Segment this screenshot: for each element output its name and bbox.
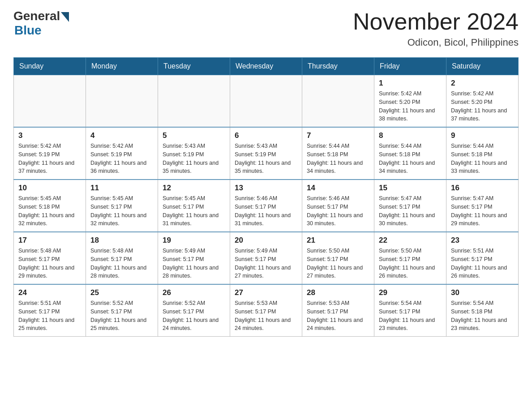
calendar-cell: 23Sunrise: 5:51 AMSunset: 5:17 PMDayligh… — [446, 232, 519, 284]
day-number: 1 — [379, 79, 442, 88]
calendar-cell: 26Sunrise: 5:52 AMSunset: 5:17 PMDayligh… — [158, 284, 230, 337]
day-number: 8 — [379, 131, 442, 140]
calendar-cell: 11Sunrise: 5:45 AMSunset: 5:17 PMDayligh… — [86, 180, 158, 232]
sun-info: Sunrise: 5:53 AMSunset: 5:17 PMDaylight:… — [235, 299, 297, 333]
logo: General Blue — [13, 9, 69, 38]
day-number: 11 — [90, 184, 153, 193]
day-number: 18 — [90, 236, 153, 245]
calendar-table: SundayMondayTuesdayWednesdayThursdayFrid… — [13, 57, 519, 337]
day-number: 17 — [18, 236, 81, 245]
month-title: November 2024 — [353, 9, 519, 34]
day-number: 29 — [379, 288, 442, 297]
sun-info: Sunrise: 5:46 AMSunset: 5:17 PMDaylight:… — [235, 194, 297, 228]
calendar-cell: 25Sunrise: 5:52 AMSunset: 5:17 PMDayligh… — [86, 284, 158, 337]
day-number: 24 — [18, 288, 81, 297]
day-number: 5 — [163, 131, 225, 140]
calendar-cell: 7Sunrise: 5:44 AMSunset: 5:18 PMDaylight… — [302, 127, 374, 180]
calendar-cell: 15Sunrise: 5:47 AMSunset: 5:17 PMDayligh… — [374, 180, 446, 232]
sun-info: Sunrise: 5:42 AMSunset: 5:19 PMDaylight:… — [18, 142, 81, 176]
logo-blue-text: Blue — [14, 23, 42, 38]
weekday-header-friday: Friday — [374, 58, 446, 75]
calendar-cell: 2Sunrise: 5:42 AMSunset: 5:20 PMDaylight… — [446, 75, 519, 128]
sun-info: Sunrise: 5:47 AMSunset: 5:17 PMDaylight:… — [379, 194, 442, 228]
day-number: 21 — [307, 236, 369, 245]
sun-info: Sunrise: 5:45 AMSunset: 5:17 PMDaylight:… — [163, 194, 225, 228]
day-number: 16 — [451, 184, 514, 193]
day-number: 10 — [18, 184, 81, 193]
weekday-header-monday: Monday — [86, 58, 158, 75]
calendar-cell: 9Sunrise: 5:44 AMSunset: 5:18 PMDaylight… — [446, 127, 519, 180]
day-number: 19 — [163, 236, 225, 245]
page-header: General Blue November 2024 Odicon, Bicol… — [13, 9, 519, 48]
day-number: 25 — [90, 288, 153, 297]
day-number: 22 — [379, 236, 442, 245]
calendar-cell: 14Sunrise: 5:46 AMSunset: 5:17 PMDayligh… — [302, 180, 374, 232]
calendar-cell: 20Sunrise: 5:49 AMSunset: 5:17 PMDayligh… — [230, 232, 302, 284]
calendar-cell: 12Sunrise: 5:45 AMSunset: 5:17 PMDayligh… — [158, 180, 230, 232]
weekday-header-wednesday: Wednesday — [230, 58, 302, 75]
weekday-header-sunday: Sunday — [14, 58, 86, 75]
sun-info: Sunrise: 5:44 AMSunset: 5:18 PMDaylight:… — [379, 142, 442, 176]
sun-info: Sunrise: 5:42 AMSunset: 5:19 PMDaylight:… — [90, 142, 153, 176]
calendar-cell: 3Sunrise: 5:42 AMSunset: 5:19 PMDaylight… — [14, 127, 86, 180]
weekday-header-saturday: Saturday — [446, 58, 519, 75]
calendar-cell: 6Sunrise: 5:43 AMSunset: 5:19 PMDaylight… — [230, 127, 302, 180]
calendar-cell: 13Sunrise: 5:46 AMSunset: 5:17 PMDayligh… — [230, 180, 302, 232]
day-number: 12 — [163, 184, 225, 193]
day-number: 28 — [307, 288, 369, 297]
sun-info: Sunrise: 5:45 AMSunset: 5:17 PMDaylight:… — [90, 194, 153, 228]
title-section: November 2024 Odicon, Bicol, Philippines — [353, 9, 519, 48]
day-number: 3 — [18, 131, 81, 140]
day-number: 27 — [235, 288, 297, 297]
calendar-week-row: 17Sunrise: 5:48 AMSunset: 5:17 PMDayligh… — [14, 232, 519, 284]
sun-info: Sunrise: 5:48 AMSunset: 5:17 PMDaylight:… — [90, 247, 153, 280]
sun-info: Sunrise: 5:49 AMSunset: 5:17 PMDaylight:… — [235, 247, 297, 280]
calendar-cell: 5Sunrise: 5:43 AMSunset: 5:19 PMDaylight… — [158, 127, 230, 180]
day-number: 14 — [307, 184, 369, 193]
calendar-week-row: 10Sunrise: 5:45 AMSunset: 5:18 PMDayligh… — [14, 180, 519, 232]
calendar-cell — [230, 75, 302, 128]
calendar-cell: 22Sunrise: 5:50 AMSunset: 5:17 PMDayligh… — [374, 232, 446, 284]
sun-info: Sunrise: 5:43 AMSunset: 5:19 PMDaylight:… — [235, 142, 297, 176]
day-number: 6 — [235, 131, 297, 140]
sun-info: Sunrise: 5:52 AMSunset: 5:17 PMDaylight:… — [90, 299, 153, 333]
day-number: 4 — [90, 131, 153, 140]
calendar-cell: 28Sunrise: 5:53 AMSunset: 5:17 PMDayligh… — [302, 284, 374, 337]
day-number: 2 — [451, 79, 514, 88]
calendar-cell: 4Sunrise: 5:42 AMSunset: 5:19 PMDaylight… — [86, 127, 158, 180]
day-number: 23 — [451, 236, 514, 245]
calendar-cell: 24Sunrise: 5:51 AMSunset: 5:17 PMDayligh… — [14, 284, 86, 337]
calendar-cell: 17Sunrise: 5:48 AMSunset: 5:17 PMDayligh… — [14, 232, 86, 284]
sun-info: Sunrise: 5:45 AMSunset: 5:18 PMDaylight:… — [18, 194, 81, 228]
day-number: 30 — [451, 288, 514, 297]
sun-info: Sunrise: 5:44 AMSunset: 5:18 PMDaylight:… — [451, 142, 514, 176]
calendar-cell — [86, 75, 158, 128]
sun-info: Sunrise: 5:44 AMSunset: 5:18 PMDaylight:… — [307, 142, 369, 176]
sun-info: Sunrise: 5:46 AMSunset: 5:17 PMDaylight:… — [307, 194, 369, 228]
sun-info: Sunrise: 5:50 AMSunset: 5:17 PMDaylight:… — [307, 247, 369, 280]
calendar-week-row: 3Sunrise: 5:42 AMSunset: 5:19 PMDaylight… — [14, 127, 519, 180]
sun-info: Sunrise: 5:43 AMSunset: 5:19 PMDaylight:… — [163, 142, 225, 176]
sun-info: Sunrise: 5:49 AMSunset: 5:17 PMDaylight:… — [163, 247, 225, 280]
calendar-header-row: SundayMondayTuesdayWednesdayThursdayFrid… — [14, 58, 519, 75]
weekday-header-thursday: Thursday — [302, 58, 374, 75]
day-number: 26 — [163, 288, 225, 297]
day-number: 7 — [307, 131, 369, 140]
sun-info: Sunrise: 5:48 AMSunset: 5:17 PMDaylight:… — [18, 247, 81, 280]
sun-info: Sunrise: 5:42 AMSunset: 5:20 PMDaylight:… — [451, 90, 514, 123]
sun-info: Sunrise: 5:54 AMSunset: 5:17 PMDaylight:… — [379, 299, 442, 333]
sun-info: Sunrise: 5:51 AMSunset: 5:17 PMDaylight:… — [451, 247, 514, 280]
calendar-cell: 1Sunrise: 5:42 AMSunset: 5:20 PMDaylight… — [374, 75, 446, 128]
sun-info: Sunrise: 5:51 AMSunset: 5:17 PMDaylight:… — [18, 299, 81, 333]
calendar-cell: 30Sunrise: 5:54 AMSunset: 5:18 PMDayligh… — [446, 284, 519, 337]
calendar-cell — [14, 75, 86, 128]
sun-info: Sunrise: 5:42 AMSunset: 5:20 PMDaylight:… — [379, 90, 442, 123]
sun-info: Sunrise: 5:47 AMSunset: 5:17 PMDaylight:… — [451, 194, 514, 228]
day-number: 15 — [379, 184, 442, 193]
calendar-cell: 16Sunrise: 5:47 AMSunset: 5:17 PMDayligh… — [446, 180, 519, 232]
logo-general-text: General — [13, 9, 60, 23]
day-number: 9 — [451, 131, 514, 140]
logo-arrow-icon — [61, 12, 69, 22]
calendar-cell: 21Sunrise: 5:50 AMSunset: 5:17 PMDayligh… — [302, 232, 374, 284]
calendar-cell: 8Sunrise: 5:44 AMSunset: 5:18 PMDaylight… — [374, 127, 446, 180]
